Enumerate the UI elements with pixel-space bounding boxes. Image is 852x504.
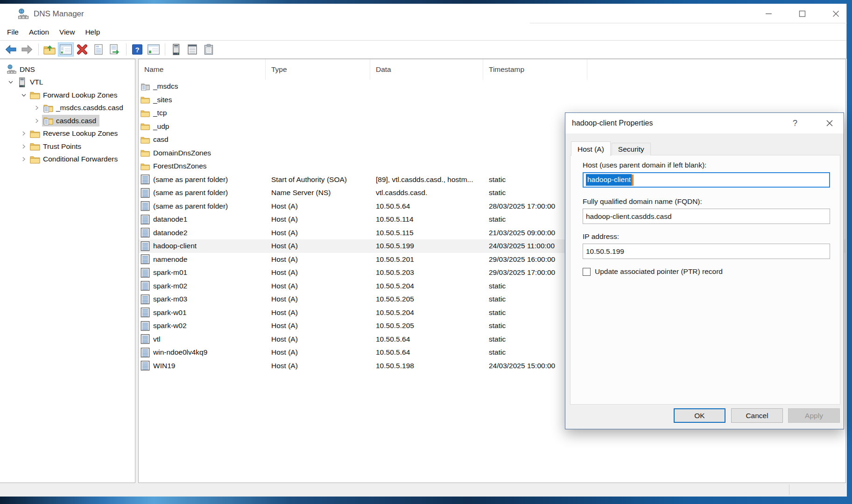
chevron-right-icon[interactable] [19, 142, 29, 151]
tree-item-forward-lookup-zones[interactable]: Forward Lookup Zones [0, 89, 135, 102]
folder-icon [30, 141, 40, 151]
tab-security[interactable]: Security [612, 143, 651, 155]
help-button[interactable]: ? [129, 42, 145, 56]
ptr-checkbox[interactable] [583, 268, 591, 276]
dialog-help-button[interactable]: ? [788, 113, 803, 133]
chevron-right-icon[interactable] [19, 155, 29, 163]
properties-button[interactable] [91, 42, 106, 56]
export-list-button[interactable] [107, 42, 123, 56]
chevron-down-icon[interactable] [6, 78, 16, 86]
record-name: win-ndoe0lv4kq9 [153, 348, 207, 357]
name-cell: DomainDnsZones [139, 148, 266, 158]
column-header-name[interactable]: Name [139, 59, 266, 80]
column-header-type[interactable]: Type [266, 59, 370, 80]
name-cell: datanode1 [139, 215, 266, 224]
maximize-button[interactable] [791, 7, 813, 21]
window-controls [758, 7, 846, 21]
fqdn-input[interactable]: hadoop-client.casdds.casd [583, 209, 830, 224]
tree-item-body: DNS [6, 63, 38, 75]
console-window-button[interactable] [146, 42, 162, 56]
chevron-right-icon[interactable] [19, 129, 29, 138]
desktop: { "window": { "title": "DNS Manager" }, … [0, 0, 852, 504]
tab-host-a[interactable]: Host (A) [571, 141, 611, 156]
table-row--msdcs[interactable]: _msdcs [139, 80, 845, 93]
menu-file[interactable]: File [2, 28, 24, 36]
dialog-close-button[interactable] [820, 113, 839, 133]
fqdn-label: Fully qualified domain name (FQDN): [583, 197, 702, 206]
menu-action[interactable]: Action [24, 28, 54, 36]
record-type: Host (A) [266, 322, 370, 330]
record-name: _msdcs [153, 82, 178, 91]
tree-item-body: _msdcs.casdds.casd [42, 102, 127, 114]
dialog-titlebar: hadoop-client Properties ? [565, 113, 844, 133]
folder-icon [141, 121, 150, 131]
tree-item-casdds-casd[interactable]: casdds.casd [0, 114, 135, 127]
tree-item-label: DNS [20, 65, 35, 74]
record-type: Start of Authority (SOA) [266, 175, 370, 184]
tree-item--msdcs-casdds-casd[interactable]: _msdcs.casdds.casd [0, 102, 135, 115]
tree-item-vtl[interactable]: VTL [0, 76, 135, 89]
record-name: spark-m01 [153, 268, 187, 277]
server-icon [17, 77, 27, 87]
ok-button[interactable]: OK [674, 408, 725, 423]
zone-list-button[interactable] [184, 42, 200, 56]
close-button[interactable] [825, 7, 846, 21]
record-name: vtl [153, 335, 161, 343]
name-cell: namenode [139, 254, 266, 264]
record-type: Host (A) [266, 242, 370, 250]
tree-item-body: casdds.casd [42, 115, 99, 126]
record-type: Host (A) [266, 348, 370, 357]
list-header: NameTypeDataTimestamp [139, 59, 845, 80]
tree-item-dns[interactable]: DNS [0, 63, 135, 76]
table-row--sites[interactable]: _sites [139, 93, 845, 107]
tree-item-label: Reverse Lookup Zones [43, 129, 118, 138]
apply-button[interactable]: Apply [788, 408, 840, 423]
dns-root-icon [7, 64, 17, 74]
menu-help[interactable]: Help [80, 28, 105, 36]
show-console-tree-button[interactable] [58, 42, 74, 56]
clipboard-button[interactable] [201, 42, 217, 56]
tree-item-trust-points[interactable]: Trust Points [0, 140, 135, 153]
chevron-down-icon[interactable] [19, 91, 29, 99]
record-icon [141, 361, 150, 371]
tree-item-conditional-forwarders[interactable]: Conditional Forwarders [0, 153, 135, 166]
record-data: 10.50.5.199 [370, 242, 483, 250]
delete-button[interactable] [74, 42, 90, 56]
cancel-button[interactable]: Cancel [731, 408, 783, 423]
host-input[interactable]: hadoop-client [583, 172, 830, 188]
record-type: Host (A) [266, 308, 370, 317]
record-name: (same as parent folder) [153, 189, 228, 197]
host-tab-page: Host (uses parent domain if left blank):… [570, 155, 840, 405]
column-header-data[interactable]: Data [370, 59, 483, 80]
toolbar-separator [165, 43, 165, 56]
record-icon [141, 281, 150, 291]
chevron-right-icon[interactable] [32, 104, 42, 112]
titlebar-divider [530, 23, 847, 23]
record-data: 10.50.5.204 [370, 308, 483, 317]
chevron-right-icon[interactable] [32, 117, 42, 125]
server-status-button[interactable] [168, 42, 184, 56]
name-cell: _udp [139, 121, 266, 131]
menu-view[interactable]: View [54, 28, 80, 36]
forward-button[interactable] [19, 42, 35, 56]
folder-icon [30, 154, 40, 164]
host-label: Host (uses parent domain if left blank): [583, 161, 706, 169]
delete-x-icon [76, 44, 88, 55]
record-name: _udp [153, 122, 169, 131]
record-data: 10.50.5.201 [370, 255, 483, 264]
minimize-button[interactable] [758, 7, 779, 21]
record-data: 10.50.5.115 [370, 229, 483, 237]
dialog-tabs: Host (A) Security [571, 141, 652, 155]
ip-address-input[interactable]: 10.50.5.199 [583, 244, 830, 259]
record-data: 10.50.5.114 [370, 215, 483, 224]
export-list-icon [109, 44, 121, 55]
text-cursor [632, 175, 634, 186]
up-one-level-button[interactable] [42, 42, 57, 56]
name-cell: win-ndoe0lv4kq9 [139, 348, 266, 357]
properties-icon [92, 44, 105, 55]
gray-zone-icon [141, 82, 150, 91]
back-button[interactable] [3, 42, 19, 56]
column-header-timestamp[interactable]: Timestamp [483, 59, 587, 80]
toolbar: ? [0, 40, 846, 59]
tree-item-reverse-lookup-zones[interactable]: Reverse Lookup Zones [0, 127, 135, 140]
